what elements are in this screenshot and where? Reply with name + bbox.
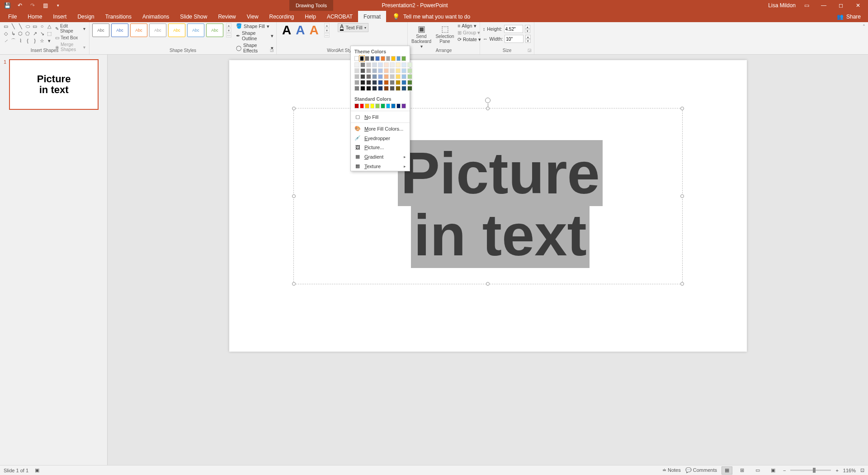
color-swatch[interactable] bbox=[360, 80, 365, 85]
color-swatch[interactable] bbox=[401, 56, 406, 61]
gallery-up-icon[interactable]: ▴ bbox=[226, 23, 231, 28]
slideshow-view-icon[interactable]: ▣ bbox=[768, 466, 778, 475]
resize-handle[interactable] bbox=[680, 282, 684, 286]
color-swatch[interactable] bbox=[354, 68, 359, 73]
slide-text-line1[interactable]: Picture bbox=[398, 140, 603, 206]
color-swatch[interactable] bbox=[396, 56, 401, 61]
color-swatch[interactable] bbox=[390, 62, 395, 67]
gradient-item[interactable]: ▦Gradient▸ bbox=[351, 152, 410, 161]
color-swatch[interactable] bbox=[354, 86, 359, 91]
style-swatch[interactable]: Abc bbox=[187, 24, 204, 37]
zoom-level[interactable]: 116% bbox=[843, 468, 856, 473]
text-fill-button[interactable]: A Text Fill ▾ bbox=[338, 23, 368, 32]
slide-thumbnail-panel[interactable]: 1 Picture in text bbox=[0, 55, 108, 465]
send-backward-button[interactable]: ▣ Send Backward▾ bbox=[410, 23, 432, 50]
zoom-out-icon[interactable]: − bbox=[783, 468, 786, 473]
slide-counter[interactable]: Slide 1 of 1 bbox=[4, 468, 28, 473]
color-swatch[interactable] bbox=[372, 80, 377, 85]
color-swatch[interactable] bbox=[407, 68, 412, 73]
color-swatch[interactable] bbox=[360, 68, 365, 73]
notes-button[interactable]: ≐ Notes bbox=[662, 467, 681, 473]
color-swatch[interactable] bbox=[407, 62, 412, 67]
width-spin-up[interactable]: ▴ bbox=[525, 35, 531, 39]
gallery-more-icon[interactable]: ⋯ bbox=[226, 33, 231, 38]
color-swatch[interactable] bbox=[366, 68, 371, 73]
color-swatch[interactable] bbox=[381, 56, 385, 61]
color-swatch[interactable] bbox=[407, 74, 412, 79]
tab-help[interactable]: Help bbox=[299, 11, 321, 22]
color-swatch[interactable] bbox=[396, 103, 401, 108]
color-swatch[interactable] bbox=[384, 74, 389, 79]
style-swatch[interactable]: Abc bbox=[149, 24, 166, 37]
user-name[interactable]: Lisa Mildon bbox=[768, 2, 796, 9]
color-swatch[interactable] bbox=[370, 56, 375, 61]
color-swatch[interactable] bbox=[390, 74, 395, 79]
style-swatch[interactable]: Abc bbox=[130, 24, 147, 37]
color-swatch[interactable] bbox=[396, 74, 401, 79]
tab-recording[interactable]: Recording bbox=[264, 11, 300, 22]
color-swatch[interactable] bbox=[396, 62, 401, 67]
tell-me-input[interactable]: Tell me what you want to do bbox=[403, 14, 470, 20]
tab-file[interactable]: File bbox=[3, 11, 22, 22]
resize-handle[interactable] bbox=[292, 194, 296, 198]
undo-icon[interactable]: ↶ bbox=[16, 2, 24, 9]
height-spin-up[interactable]: ▴ bbox=[525, 25, 530, 29]
wordart-down-icon[interactable]: ▾ bbox=[324, 28, 330, 33]
width-input[interactable] bbox=[505, 35, 524, 43]
shape-style-gallery[interactable]: Abc Abc Abc Abc Abc Abc Abc ▴ ▾ ⋯ bbox=[92, 23, 231, 38]
width-spin-down[interactable]: ▾ bbox=[525, 39, 531, 43]
color-swatch[interactable] bbox=[360, 74, 365, 79]
size-launcher-icon[interactable]: ◲ bbox=[528, 48, 533, 53]
tab-slideshow[interactable]: Slide Show bbox=[175, 11, 212, 22]
collapse-ribbon-icon[interactable]: ˄ bbox=[863, 24, 865, 30]
color-swatch[interactable] bbox=[386, 103, 391, 108]
color-swatch[interactable] bbox=[390, 86, 395, 91]
wordart-up-icon[interactable]: ▴ bbox=[324, 23, 330, 28]
tab-animations[interactable]: Animations bbox=[137, 11, 175, 22]
color-swatch[interactable] bbox=[360, 62, 365, 67]
tab-design[interactable]: Design bbox=[72, 11, 99, 22]
style-swatch[interactable]: Abc bbox=[111, 24, 128, 37]
color-swatch[interactable] bbox=[381, 103, 385, 108]
color-swatch[interactable] bbox=[365, 56, 369, 61]
tab-insert[interactable]: Insert bbox=[47, 11, 72, 22]
color-swatch[interactable] bbox=[354, 62, 359, 67]
height-spin-down[interactable]: ▾ bbox=[525, 29, 530, 33]
height-input[interactable] bbox=[504, 25, 523, 33]
wordart-style[interactable]: A bbox=[309, 23, 318, 38]
align-button[interactable]: ≡Align ▾ bbox=[458, 23, 481, 28]
resize-handle[interactable] bbox=[292, 107, 296, 110]
tab-acrobat[interactable]: ACROBAT bbox=[321, 11, 358, 22]
color-swatch[interactable] bbox=[384, 80, 389, 85]
color-swatch[interactable] bbox=[375, 103, 380, 108]
rotate-handle[interactable] bbox=[485, 98, 491, 103]
color-swatch[interactable] bbox=[366, 86, 371, 91]
color-swatch[interactable] bbox=[378, 74, 383, 79]
color-swatch[interactable] bbox=[372, 74, 377, 79]
resize-handle[interactable] bbox=[292, 282, 296, 286]
style-swatch[interactable]: Abc bbox=[206, 24, 223, 37]
edit-shape-button[interactable]: ✎Edit Shape ▾ bbox=[54, 23, 86, 34]
gallery-down-icon[interactable]: ▾ bbox=[226, 28, 231, 33]
resize-handle[interactable] bbox=[486, 282, 490, 286]
color-swatch[interactable] bbox=[384, 68, 389, 73]
color-swatch[interactable] bbox=[401, 103, 406, 108]
color-swatch[interactable] bbox=[396, 80, 401, 85]
color-swatch[interactable] bbox=[396, 86, 401, 91]
color-swatch[interactable] bbox=[396, 68, 401, 73]
color-swatch[interactable] bbox=[391, 103, 396, 108]
shape-styles-launcher-icon[interactable]: ◲ bbox=[270, 48, 275, 53]
color-swatch[interactable] bbox=[378, 86, 383, 91]
save-icon[interactable]: 💾 bbox=[4, 2, 11, 9]
color-swatch[interactable] bbox=[366, 62, 371, 67]
color-swatch[interactable] bbox=[378, 62, 383, 67]
tab-transitions[interactable]: Transitions bbox=[100, 11, 137, 22]
resize-handle[interactable] bbox=[680, 194, 684, 198]
wordart-more-icon[interactable]: ⋯ bbox=[324, 33, 330, 38]
color-swatch[interactable] bbox=[401, 86, 406, 91]
color-swatch[interactable] bbox=[354, 74, 359, 79]
no-fill-item[interactable]: ▢No Fill bbox=[351, 112, 410, 122]
minimize-icon[interactable]: — bbox=[817, 1, 830, 10]
color-swatch[interactable] bbox=[401, 74, 406, 79]
eyedropper-item[interactable]: 💉Eyedropper bbox=[351, 133, 410, 143]
